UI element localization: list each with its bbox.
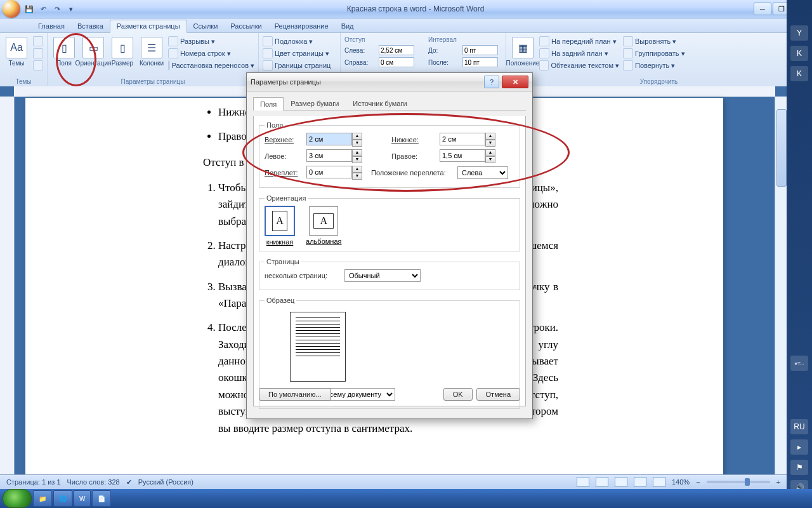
spin-up-icon[interactable]: ▲ xyxy=(352,149,362,156)
proofing-icon[interactable]: ✔ xyxy=(126,478,132,486)
spin-down-icon[interactable]: ▼ xyxy=(352,140,362,147)
min-button[interactable]: ─ xyxy=(754,3,771,15)
cancel-button[interactable]: Отмена xyxy=(476,388,520,401)
sidebar-tray-icon[interactable]: ⚑ xyxy=(790,460,808,475)
zoom-out-icon[interactable]: − xyxy=(696,478,700,486)
default-button[interactable]: По умолчанию... xyxy=(259,388,331,401)
view-outline[interactable] xyxy=(634,477,646,487)
view-draft[interactable] xyxy=(653,477,665,487)
group-button[interactable]: Группировать ▾ xyxy=(622,48,698,59)
scrollbar-vertical[interactable] xyxy=(775,97,787,475)
qat-redo-icon[interactable]: ↷ xyxy=(51,3,63,15)
title-bar: 💾 ↶ ↷ ▾ Красная строка в word - Microsof… xyxy=(0,0,812,18)
spin-up-icon[interactable]: ▲ xyxy=(485,133,495,140)
gutter-input[interactable] xyxy=(306,166,352,178)
zoom-thumb[interactable] xyxy=(745,478,750,486)
breaks-button[interactable]: Разрывы ▾ xyxy=(167,36,256,47)
dialog-help-button[interactable]: ? xyxy=(484,76,499,88)
language-status[interactable]: Русский (Россия) xyxy=(138,478,193,486)
zoom-level[interactable]: 140% xyxy=(672,478,690,486)
indent-right-input[interactable] xyxy=(379,57,414,67)
tab-margins[interactable]: Поля xyxy=(253,97,284,110)
themes-button[interactable]: AaТемы xyxy=(3,34,30,77)
spacing-before[interactable]: До: xyxy=(427,44,503,56)
before-input[interactable] xyxy=(462,45,498,55)
hyphenation-button[interactable]: Расстановка переносов ▾ xyxy=(167,60,256,71)
left-input[interactable] xyxy=(306,149,352,162)
bottom-input[interactable] xyxy=(440,133,485,145)
columns-button[interactable]: ☰Колонки xyxy=(138,34,166,77)
theme-colors[interactable] xyxy=(32,36,44,47)
theme-effects[interactable] xyxy=(32,60,44,71)
view-web[interactable] xyxy=(615,477,627,487)
start-button[interactable] xyxy=(3,489,32,508)
tab-home[interactable]: Главная xyxy=(32,20,71,32)
zoom-in-icon[interactable]: + xyxy=(776,478,780,486)
view-print-layout[interactable] xyxy=(577,477,589,487)
scroll-thumb[interactable] xyxy=(776,109,787,187)
indent-right[interactable]: Справа: xyxy=(343,57,426,68)
sidebar-app-yandex[interactable]: Y xyxy=(790,25,808,41)
margins-fieldset: Поля Верхнее: ▲▼ Нижнее: ▲▼ Левое: ▲▼ Пр… xyxy=(259,121,520,188)
gutter-pos-select[interactable]: Слева xyxy=(457,166,508,179)
spacing-after[interactable]: После: xyxy=(427,57,503,68)
taskbar-item[interactable]: 🌐 xyxy=(53,490,72,507)
size-button[interactable]: ▯Размер xyxy=(108,34,136,77)
qat-save-icon[interactable]: 💾 xyxy=(23,3,36,15)
tab-review[interactable]: Рецензирование xyxy=(268,20,335,32)
spin-down-icon[interactable]: ▼ xyxy=(352,156,362,163)
qat-undo-icon[interactable]: ↶ xyxy=(37,3,49,15)
text-wrap[interactable]: Обтекание текстом ▾ xyxy=(538,60,620,71)
ruler-vertical[interactable] xyxy=(0,97,15,475)
tab-mail[interactable]: Рассылки xyxy=(224,20,268,32)
tab-layout[interactable]: Разметка страницы xyxy=(110,20,187,33)
sidebar-app-k[interactable]: K xyxy=(790,46,808,61)
spin-down-icon[interactable]: ▼ xyxy=(352,173,362,180)
sidebar-et[interactable]: eT... xyxy=(790,356,808,371)
spin-up-icon[interactable]: ▲ xyxy=(352,166,362,173)
dialog-close-button[interactable]: ✕ xyxy=(502,76,528,88)
margins-button[interactable]: ▯Поля xyxy=(50,34,78,77)
after-input[interactable] xyxy=(462,57,498,67)
portrait-option[interactable]: A книжная xyxy=(265,206,295,246)
tab-view[interactable]: Вид xyxy=(335,20,360,32)
spin-down-icon[interactable]: ▼ xyxy=(485,140,495,147)
qat-customize-icon[interactable]: ▾ xyxy=(65,3,77,15)
tab-source[interactable]: Источник бумаги xyxy=(346,97,414,110)
align-button[interactable]: Выровнять ▾ xyxy=(622,36,698,47)
rotate-button[interactable]: Повернуть ▾ xyxy=(622,60,698,71)
page-color-button[interactable]: Цвет страницы ▾ xyxy=(261,48,337,59)
sidebar-app-k2[interactable]: K xyxy=(790,66,808,81)
landscape-option[interactable]: A альбомная xyxy=(306,206,341,245)
tab-insert[interactable]: Вставка xyxy=(71,20,110,32)
word-count[interactable]: Число слов: 328 xyxy=(67,478,120,486)
dialog-titlebar[interactable]: Параметры страницы ? ✕ xyxy=(247,73,532,91)
watermark-button[interactable]: Подложка ▾ xyxy=(261,36,337,47)
taskbar-item[interactable]: 📄 xyxy=(92,490,111,507)
bring-front[interactable]: На передний план ▾ xyxy=(538,36,620,47)
tab-refs[interactable]: Ссылки xyxy=(187,20,225,32)
sidebar-arrow-icon[interactable]: ▸ xyxy=(790,439,808,455)
top-input[interactable] xyxy=(306,133,352,145)
spin-up-icon[interactable]: ▲ xyxy=(485,149,495,156)
indent-left[interactable]: Слева: xyxy=(343,44,426,56)
view-full-screen[interactable] xyxy=(596,477,608,487)
right-input[interactable] xyxy=(440,149,485,162)
taskbar-item[interactable]: W xyxy=(74,490,91,507)
zoom-slider[interactable] xyxy=(707,481,770,483)
spin-up-icon[interactable]: ▲ xyxy=(352,133,362,140)
multiple-select[interactable]: Обычный xyxy=(344,269,421,282)
tab-paper[interactable]: Размер бумаги xyxy=(284,97,346,110)
position-button[interactable]: ▦Положение xyxy=(509,34,537,77)
theme-fonts[interactable] xyxy=(32,48,44,59)
line-numbers-button[interactable]: Номера строк ▾ xyxy=(167,48,256,59)
office-button[interactable] xyxy=(3,0,20,18)
page-borders-button[interactable]: Границы страниц xyxy=(261,60,337,71)
sidebar-lang[interactable]: RU xyxy=(790,419,808,434)
send-back[interactable]: На задний план ▾ xyxy=(538,48,620,59)
orientation-button[interactable]: ▭Ориентация xyxy=(79,34,107,77)
ok-button[interactable]: OK xyxy=(443,388,473,401)
taskbar-item[interactable]: 📁 xyxy=(33,490,52,507)
indent-left-input[interactable] xyxy=(379,45,414,55)
spin-down-icon[interactable]: ▼ xyxy=(485,156,495,163)
